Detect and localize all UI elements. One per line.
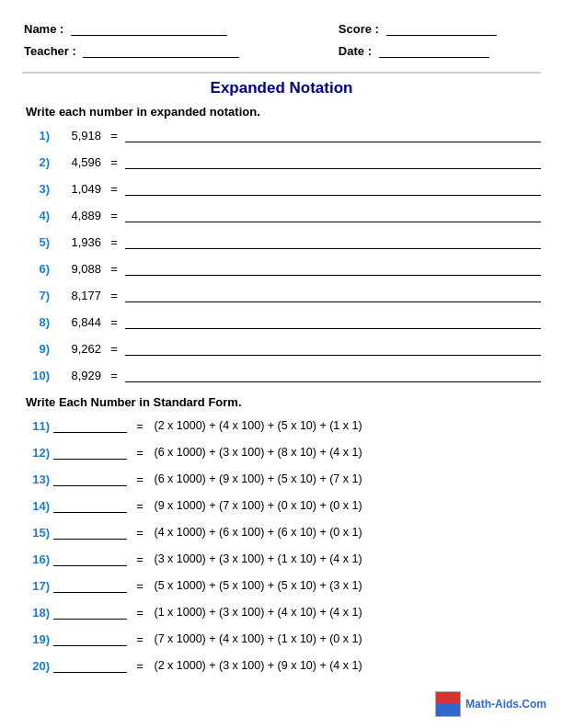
- equals-sign: =: [107, 315, 121, 329]
- section1-row: 8) 6,844 =: [22, 311, 541, 333]
- expression-text: (4 x 1000) + (6 x 100) + (6 x 10) + (0 x…: [151, 526, 362, 539]
- problem-num: 10): [22, 369, 50, 382]
- problem-value: 5,918: [53, 129, 101, 142]
- problem-value: 6,844: [53, 315, 101, 329]
- problem-num: 18): [22, 606, 50, 620]
- date-input-line[interactable]: [379, 43, 489, 58]
- equals-sign: =: [107, 289, 121, 302]
- blank-answer[interactable]: [53, 605, 127, 620]
- section2-row: 12) = (6 x 1000) + (3 x 100) + (8 x 10) …: [22, 441, 541, 463]
- blank-answer[interactable]: [53, 552, 127, 566]
- equals-sign: =: [132, 446, 147, 460]
- problem-num: 6): [22, 262, 50, 276]
- equals-sign: =: [107, 182, 121, 196]
- problem-value: 4,889: [53, 209, 101, 222]
- answer-line[interactable]: [125, 314, 541, 329]
- blank-answer[interactable]: [53, 578, 127, 593]
- expression-text: (3 x 1000) + (3 x 100) + (1 x 10) + (4 x…: [151, 552, 362, 565]
- blank-answer[interactable]: [53, 498, 127, 513]
- section2-row: 20) = (2 x 1000) + (3 x 100) + (9 x 10) …: [22, 654, 541, 677]
- equals-sign: =: [107, 129, 121, 142]
- answer-line[interactable]: [125, 154, 541, 169]
- answer-line[interactable]: [125, 128, 541, 142]
- blank-answer[interactable]: [53, 658, 127, 673]
- answer-line[interactable]: [125, 234, 541, 249]
- equals-sign: =: [132, 579, 147, 593]
- section2-row: 14) = (9 x 1000) + (7 x 100) + (0 x 10) …: [22, 495, 541, 517]
- problem-value: 8,177: [53, 289, 101, 302]
- equals-sign: =: [132, 632, 147, 646]
- section1-problems: 1) 5,918 = 2) 4,596 = 3) 1,049 = 4) 4,88…: [22, 124, 541, 386]
- equals-sign: =: [132, 659, 147, 673]
- answer-line[interactable]: [125, 368, 541, 382]
- equals-sign: =: [132, 419, 147, 433]
- footer-text: Math-Aids.Com: [465, 698, 546, 711]
- score-label: Score :: [339, 22, 379, 36]
- problem-value: 4,596: [53, 155, 101, 169]
- problem-num: 12): [22, 446, 50, 460]
- teacher-label: Teacher :: [24, 44, 76, 58]
- header-table: Name : Score : Teacher : Date :: [22, 17, 541, 63]
- name-input-line[interactable]: [71, 21, 227, 36]
- answer-line[interactable]: [125, 181, 541, 196]
- section1-row: 4) 4,889 =: [22, 204, 541, 226]
- date-label: Date :: [339, 44, 372, 58]
- problem-value: 1,936: [53, 235, 101, 249]
- section1-instruction: Write each number in expanded notation.: [26, 105, 541, 119]
- answer-line[interactable]: [125, 261, 541, 276]
- teacher-input-line[interactable]: [83, 43, 239, 58]
- equals-sign: =: [107, 262, 121, 276]
- problem-num: 19): [22, 632, 50, 646]
- expression-text: (1 x 1000) + (3 x 100) + (4 x 10) + (4 x…: [151, 606, 362, 619]
- problem-num: 5): [22, 235, 50, 249]
- problem-value: 1,049: [53, 182, 101, 196]
- equals-sign: =: [132, 526, 147, 540]
- expression-text: (9 x 1000) + (7 x 100) + (0 x 10) + (0 x…: [151, 499, 362, 512]
- section1-row: 3) 1,049 =: [22, 177, 541, 199]
- blank-answer[interactable]: [53, 525, 127, 540]
- section1-row: 1) 5,918 =: [22, 124, 541, 146]
- problem-num: 7): [22, 289, 50, 302]
- expression-text: (5 x 1000) + (5 x 100) + (5 x 10) + (3 x…: [151, 579, 362, 592]
- equals-sign: =: [132, 552, 147, 566]
- problem-num: 15): [22, 526, 50, 540]
- equals-sign: =: [107, 155, 121, 169]
- problem-num: 1): [22, 129, 50, 142]
- section2-row: 18) = (1 x 1000) + (3 x 100) + (4 x 10) …: [22, 601, 541, 623]
- answer-line[interactable]: [125, 341, 541, 356]
- answer-line[interactable]: [125, 288, 541, 302]
- section2-row: 16) = (3 x 1000) + (3 x 100) + (1 x 10) …: [22, 548, 541, 570]
- score-input-line[interactable]: [386, 21, 497, 36]
- problem-num: 4): [22, 209, 50, 222]
- blank-answer[interactable]: [53, 631, 127, 646]
- problem-num: 11): [22, 419, 50, 433]
- problem-value: 9,262: [53, 342, 101, 356]
- equals-sign: =: [107, 209, 121, 222]
- section1-row: 5) 1,936 =: [22, 231, 541, 253]
- problem-value: 9,088: [53, 262, 101, 276]
- equals-sign: =: [107, 369, 121, 382]
- problem-num: 3): [22, 182, 50, 196]
- equals-sign: =: [132, 499, 147, 513]
- blank-answer[interactable]: [53, 418, 127, 433]
- problem-num: 8): [22, 315, 50, 329]
- logo-top: [436, 692, 460, 704]
- footer: Math-Aids.Com: [435, 691, 546, 717]
- section2-problems: 11) = (2 x 1000) + (4 x 100) + (5 x 10) …: [22, 415, 541, 677]
- expression-text: (6 x 1000) + (3 x 100) + (8 x 10) + (4 x…: [151, 446, 362, 459]
- section2-instruction: Write Each Number in Standard Form.: [26, 395, 541, 409]
- equals-sign: =: [132, 472, 147, 486]
- section1-row: 9) 9,262 =: [22, 337, 541, 359]
- expression-text: (7 x 1000) + (4 x 100) + (1 x 10) + (0 x…: [151, 632, 362, 645]
- answer-line[interactable]: [125, 208, 541, 222]
- section2-row: 15) = (4 x 1000) + (6 x 100) + (6 x 10) …: [22, 521, 541, 543]
- section1-row: 10) 8,929 =: [22, 364, 541, 386]
- header-divider: [22, 72, 541, 74]
- section2-row: 13) = (6 x 1000) + (9 x 100) + (5 x 10) …: [22, 468, 541, 490]
- blank-answer[interactable]: [53, 472, 127, 486]
- problem-num: 17): [22, 579, 50, 593]
- blank-answer[interactable]: [53, 445, 127, 460]
- equals-sign: =: [107, 342, 121, 356]
- expression-text: (6 x 1000) + (9 x 100) + (5 x 10) + (7 x…: [151, 472, 362, 485]
- name-label: Name :: [24, 22, 63, 36]
